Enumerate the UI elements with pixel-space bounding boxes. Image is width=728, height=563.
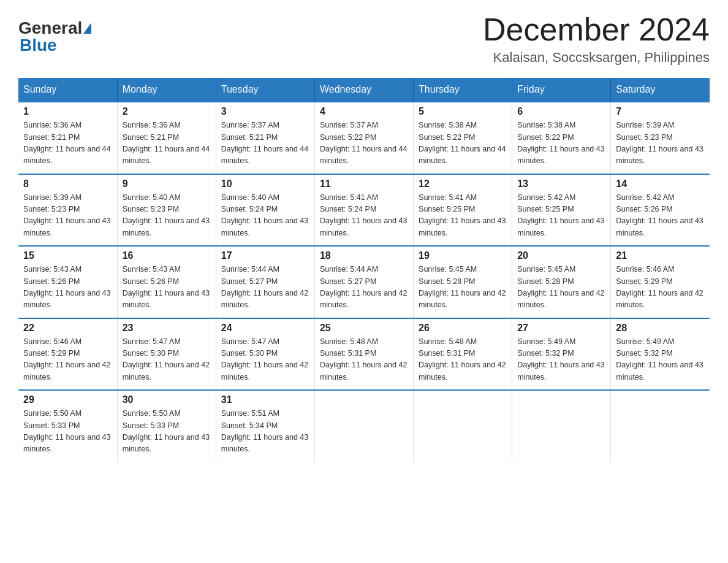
title-block: December 2024 Kalaisan, Soccsksargen, Ph… — [483, 12, 710, 66]
day-number: 31 — [221, 394, 309, 405]
day-number: 3 — [221, 106, 309, 117]
calendar-cell: 1 Sunrise: 5:36 AM Sunset: 5:21 PM Dayli… — [18, 102, 117, 174]
day-number: 8 — [23, 178, 112, 190]
day-info: Sunrise: 5:44 AM Sunset: 5:27 PM Dayligh… — [320, 264, 408, 312]
week-row-5: 29 Sunrise: 5:50 AM Sunset: 5:33 PM Dayl… — [18, 390, 710, 462]
day-number: 30 — [123, 394, 211, 405]
calendar-cell: 12 Sunrise: 5:41 AM Sunset: 5:25 PM Dayl… — [414, 174, 512, 247]
day-info: Sunrise: 5:40 AM Sunset: 5:24 PM Dayligh… — [221, 192, 309, 240]
header-thursday: Thursday — [414, 78, 512, 102]
week-row-3: 15 Sunrise: 5:43 AM Sunset: 5:26 PM Dayl… — [18, 246, 710, 318]
day-number: 12 — [419, 178, 507, 190]
week-row-4: 22 Sunrise: 5:46 AM Sunset: 5:29 PM Dayl… — [18, 318, 710, 391]
day-info: Sunrise: 5:38 AM Sunset: 5:22 PM Dayligh… — [517, 120, 605, 167]
logo: General Blue — [18, 18, 91, 55]
day-info: Sunrise: 5:49 AM Sunset: 5:32 PM Dayligh… — [616, 336, 705, 384]
day-number: 4 — [320, 106, 408, 117]
day-info: Sunrise: 5:47 AM Sunset: 5:30 PM Dayligh… — [221, 336, 309, 384]
day-number: 20 — [517, 250, 605, 261]
day-info: Sunrise: 5:38 AM Sunset: 5:22 PM Dayligh… — [419, 120, 507, 167]
logo-triangle-icon — [83, 23, 91, 34]
day-info: Sunrise: 5:40 AM Sunset: 5:23 PM Dayligh… — [123, 192, 211, 240]
day-number: 15 — [23, 250, 112, 261]
day-info: Sunrise: 5:37 AM Sunset: 5:22 PM Dayligh… — [320, 120, 408, 167]
calendar-table: SundayMondayTuesdayWednesdayThursdayFrid… — [18, 78, 710, 462]
calendar-cell: 3 Sunrise: 5:37 AM Sunset: 5:21 PM Dayli… — [216, 102, 314, 174]
day-number: 5 — [419, 106, 507, 117]
calendar-cell: 30 Sunrise: 5:50 AM Sunset: 5:33 PM Dayl… — [117, 390, 216, 462]
day-number: 22 — [23, 323, 112, 334]
header-sunday: Sunday — [18, 78, 117, 102]
day-number: 21 — [616, 250, 705, 261]
day-number: 19 — [419, 250, 507, 261]
calendar-cell: 31 Sunrise: 5:51 AM Sunset: 5:34 PM Dayl… — [216, 390, 314, 462]
calendar-cell: 2 Sunrise: 5:36 AM Sunset: 5:21 PM Dayli… — [117, 102, 216, 174]
header-friday: Friday — [512, 78, 611, 102]
calendar-cell: 23 Sunrise: 5:47 AM Sunset: 5:30 PM Dayl… — [117, 318, 216, 391]
day-info: Sunrise: 5:42 AM Sunset: 5:25 PM Dayligh… — [517, 192, 605, 240]
calendar-cell: 26 Sunrise: 5:48 AM Sunset: 5:31 PM Dayl… — [414, 318, 512, 391]
day-number: 14 — [616, 178, 705, 190]
logo-blue: Blue — [20, 36, 91, 55]
day-info: Sunrise: 5:43 AM Sunset: 5:26 PM Dayligh… — [23, 264, 112, 312]
page-header: General Blue December 2024 Kalaisan, Soc… — [18, 12, 710, 66]
header-saturday: Saturday — [611, 78, 710, 102]
day-info: Sunrise: 5:50 AM Sunset: 5:33 PM Dayligh… — [23, 408, 112, 456]
calendar-cell — [314, 390, 413, 462]
day-number: 18 — [320, 250, 408, 261]
week-row-2: 8 Sunrise: 5:39 AM Sunset: 5:23 PM Dayli… — [18, 174, 710, 247]
day-info: Sunrise: 5:39 AM Sunset: 5:23 PM Dayligh… — [616, 120, 705, 167]
day-info: Sunrise: 5:48 AM Sunset: 5:31 PM Dayligh… — [320, 336, 408, 384]
day-number: 6 — [517, 106, 605, 117]
day-info: Sunrise: 5:51 AM Sunset: 5:34 PM Dayligh… — [221, 408, 309, 456]
calendar-cell: 10 Sunrise: 5:40 AM Sunset: 5:24 PM Dayl… — [216, 174, 314, 247]
day-info: Sunrise: 5:43 AM Sunset: 5:26 PM Dayligh… — [123, 264, 211, 312]
day-info: Sunrise: 5:44 AM Sunset: 5:27 PM Dayligh… — [221, 264, 309, 312]
calendar-cell: 18 Sunrise: 5:44 AM Sunset: 5:27 PM Dayl… — [314, 246, 413, 318]
calendar-cell: 17 Sunrise: 5:44 AM Sunset: 5:27 PM Dayl… — [216, 246, 314, 318]
day-number: 10 — [221, 178, 309, 190]
calendar-header-row: SundayMondayTuesdayWednesdayThursdayFrid… — [18, 78, 710, 102]
week-row-1: 1 Sunrise: 5:36 AM Sunset: 5:21 PM Dayli… — [18, 102, 710, 174]
day-number: 11 — [320, 178, 408, 190]
calendar-cell — [611, 390, 710, 462]
calendar-cell: 29 Sunrise: 5:50 AM Sunset: 5:33 PM Dayl… — [18, 390, 117, 462]
calendar-cell: 9 Sunrise: 5:40 AM Sunset: 5:23 PM Dayli… — [117, 174, 216, 247]
calendar-cell: 7 Sunrise: 5:39 AM Sunset: 5:23 PM Dayli… — [611, 102, 710, 174]
day-info: Sunrise: 5:37 AM Sunset: 5:21 PM Dayligh… — [221, 120, 309, 167]
day-number: 28 — [616, 323, 705, 334]
calendar-cell: 13 Sunrise: 5:42 AM Sunset: 5:25 PM Dayl… — [512, 174, 611, 247]
day-number: 23 — [123, 323, 211, 334]
day-info: Sunrise: 5:36 AM Sunset: 5:21 PM Dayligh… — [23, 120, 112, 167]
calendar-cell — [512, 390, 611, 462]
day-info: Sunrise: 5:47 AM Sunset: 5:30 PM Dayligh… — [123, 336, 211, 384]
calendar-cell: 20 Sunrise: 5:45 AM Sunset: 5:28 PM Dayl… — [512, 246, 611, 318]
day-info: Sunrise: 5:39 AM Sunset: 5:23 PM Dayligh… — [23, 192, 112, 240]
calendar-cell — [414, 390, 512, 462]
day-info: Sunrise: 5:36 AM Sunset: 5:21 PM Dayligh… — [123, 120, 211, 167]
day-info: Sunrise: 5:41 AM Sunset: 5:25 PM Dayligh… — [419, 192, 507, 240]
calendar-cell: 4 Sunrise: 5:37 AM Sunset: 5:22 PM Dayli… — [314, 102, 413, 174]
header-wednesday: Wednesday — [314, 78, 413, 102]
calendar-cell: 25 Sunrise: 5:48 AM Sunset: 5:31 PM Dayl… — [314, 318, 413, 391]
calendar-cell: 24 Sunrise: 5:47 AM Sunset: 5:30 PM Dayl… — [216, 318, 314, 391]
location-subtitle: Kalaisan, Soccsksargen, Philippines — [483, 50, 710, 66]
calendar-cell: 8 Sunrise: 5:39 AM Sunset: 5:23 PM Dayli… — [18, 174, 117, 247]
day-info: Sunrise: 5:49 AM Sunset: 5:32 PM Dayligh… — [517, 336, 605, 384]
day-number: 13 — [517, 178, 605, 190]
calendar-cell: 19 Sunrise: 5:45 AM Sunset: 5:28 PM Dayl… — [414, 246, 512, 318]
calendar-cell: 11 Sunrise: 5:41 AM Sunset: 5:24 PM Dayl… — [314, 174, 413, 247]
day-info: Sunrise: 5:45 AM Sunset: 5:28 PM Dayligh… — [419, 264, 507, 312]
day-info: Sunrise: 5:46 AM Sunset: 5:29 PM Dayligh… — [616, 264, 705, 312]
day-info: Sunrise: 5:41 AM Sunset: 5:24 PM Dayligh… — [320, 192, 408, 240]
month-title: December 2024 — [483, 12, 710, 47]
day-number: 29 — [23, 394, 112, 405]
day-info: Sunrise: 5:46 AM Sunset: 5:29 PM Dayligh… — [23, 336, 112, 384]
calendar-cell: 28 Sunrise: 5:49 AM Sunset: 5:32 PM Dayl… — [611, 318, 710, 391]
calendar-cell: 15 Sunrise: 5:43 AM Sunset: 5:26 PM Dayl… — [18, 246, 117, 318]
day-number: 16 — [123, 250, 211, 261]
day-info: Sunrise: 5:45 AM Sunset: 5:28 PM Dayligh… — [517, 264, 605, 312]
calendar-cell: 5 Sunrise: 5:38 AM Sunset: 5:22 PM Dayli… — [414, 102, 512, 174]
calendar-cell: 21 Sunrise: 5:46 AM Sunset: 5:29 PM Dayl… — [611, 246, 710, 318]
day-number: 17 — [221, 250, 309, 261]
